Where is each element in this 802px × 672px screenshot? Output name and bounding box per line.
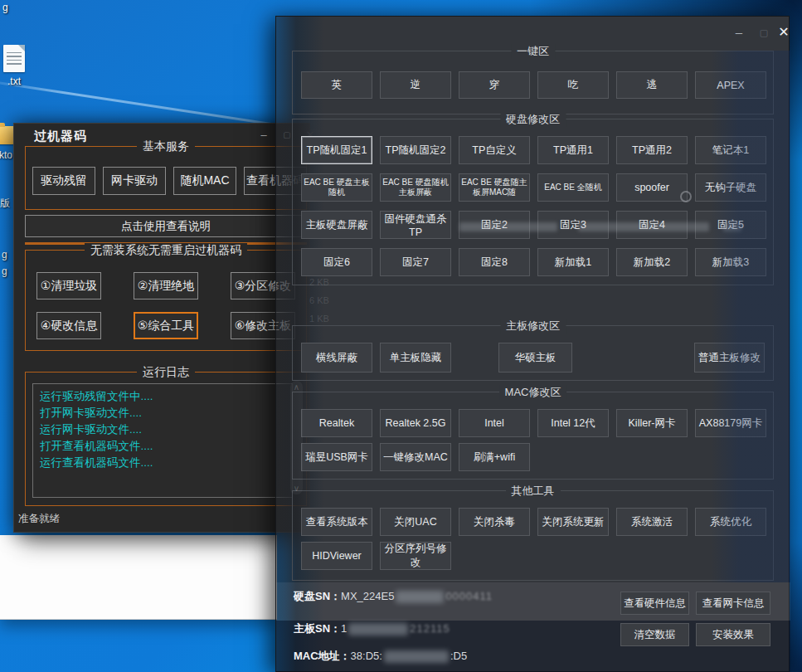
mac-mod-button-1[interactable]: Realtek 2.5G — [380, 409, 451, 437]
background-window — [0, 535, 277, 620]
disk-mod-button-20[interactable]: 固定8 — [459, 248, 530, 276]
other-tool-button-3[interactable]: 关闭系统更新 — [537, 508, 609, 536]
disk-mod-button-6[interactable]: EAC BE 硬盘主板随机 — [301, 173, 372, 202]
desktop-icon-label-partial[interactable]: 版 — [0, 197, 10, 209]
mac-mod-button-3[interactable]: Intel 12代 — [537, 409, 609, 437]
onekey-button-3[interactable]: 吃 — [537, 71, 609, 99]
other-tool-button-2[interactable]: 关闭杀毒 — [459, 508, 530, 536]
disk-mod-button-22[interactable]: 新加载2 — [616, 248, 688, 276]
onekey-button-1[interactable]: 逆 — [380, 71, 451, 99]
board-sn-tail: 212115 — [410, 622, 450, 635]
numbered-tool-button-3[interactable]: ④硬改信息 — [36, 312, 101, 339]
disk-mod-button-13[interactable]: 固件硬盘通杀TP — [380, 211, 451, 239]
hardware-tool-window: – ▢ ✕ 一键区 英逆穿吃逃APEX 硬盘修改区 TP随机固定1TP随机固定2… — [275, 16, 790, 672]
desktop-icon-label-partial[interactable]: g — [2, 265, 7, 277]
window-title: 过机器码 — [34, 129, 87, 144]
group-legend: 基本服务 — [137, 139, 195, 154]
mac-mod-button-8[interactable]: 刷满+wifi — [459, 443, 530, 471]
desktop-icon-txt-file[interactable]: .txt — [0, 45, 28, 87]
board-mod-button-3[interactable]: 普通主板修改 — [694, 343, 765, 373]
other-tool-button-0[interactable]: 查看系统版本 — [301, 508, 372, 536]
close-button[interactable]: ✕ — [774, 23, 794, 41]
basic-button-2[interactable]: 随机MAC — [173, 167, 236, 195]
section-legend: 硬盘修改区 — [500, 112, 566, 127]
basic-button-1[interactable]: 网卡驱动 — [103, 167, 166, 195]
mac-mod-button-0[interactable]: Realtek — [301, 409, 372, 437]
status-bar: 准备就绪 — [18, 512, 60, 526]
disk-mod-button-19[interactable]: 固定7 — [380, 248, 451, 276]
other-tool-button-4[interactable]: 系统激活 — [616, 508, 688, 536]
disk-mod-button-15[interactable]: 固定3 — [537, 211, 609, 239]
board-mod-button-0[interactable]: 横线屏蔽 — [301, 343, 372, 373]
txt-file-label: .txt — [0, 75, 28, 87]
mac-label: MAC地址： — [294, 650, 351, 662]
log-line-2: 运行网卡驱动文件.... — [40, 421, 285, 438]
view-nic-info-button[interactable]: 查看网卡信息 — [696, 592, 770, 615]
onekey-button-4[interactable]: 逃 — [616, 71, 688, 99]
maximize-button[interactable]: ▢ — [754, 23, 774, 41]
onekey-button-0[interactable]: 英 — [301, 71, 372, 99]
disk-mod-button-3[interactable]: TP通用1 — [537, 136, 609, 164]
onekey-button-2[interactable]: 穿 — [459, 71, 530, 99]
other-tool-button-5[interactable]: 系统优化 — [695, 508, 766, 536]
log-panel: 运行驱动残留文件中....打开网卡驱动文件....运行网卡驱动文件....打开查… — [32, 383, 293, 498]
disk-mod-button-9[interactable]: EAC BE 全随机 — [537, 173, 609, 202]
mac-mod-button-6[interactable]: 瑞昱USB网卡 — [301, 443, 372, 471]
redaction-blur — [348, 623, 408, 635]
disk-mod-button-18[interactable]: 固定6 — [301, 248, 372, 276]
section-disk-mod: 硬盘修改区 TP随机固定1TP随机固定2TP自定义TP通用1TP通用2笔记本1E… — [292, 119, 774, 285]
hdd-sn-label: 硬盘SN： — [294, 590, 341, 602]
disk-mod-button-23[interactable]: 新加载3 — [695, 248, 766, 276]
disk-mod-button-17[interactable]: 固定5 — [695, 211, 766, 239]
disk-mod-button-11[interactable]: 无钩子硬盘 — [695, 173, 766, 202]
disk-mod-button-8[interactable]: EAC BE 硬盘随主板屏MAC随 — [459, 173, 530, 202]
onekey-button-5[interactable]: APEX — [695, 71, 766, 99]
disk-mod-button-16[interactable]: 固定4 — [616, 211, 688, 239]
other-tool-button-6[interactable]: HIDViewer — [301, 542, 372, 570]
log-line-3: 打开查看机器码文件.... — [40, 438, 285, 455]
install-effect-button[interactable]: 安装效果 — [696, 623, 770, 646]
disk-mod-button-4[interactable]: TP通用2 — [616, 136, 688, 164]
numbered-tool-button-0[interactable]: ①清理垃圾 — [36, 272, 101, 299]
section-mac-mod: MAC修改区 RealtekRealtek 2.5GIntelIntel 12代… — [292, 392, 774, 480]
minimize-button[interactable]: – — [729, 23, 749, 41]
group-run-log: 运行日志 运行驱动残留文件中....打开网卡驱动文件....运行网卡驱动文件..… — [25, 372, 307, 506]
desktop-icon-label-partial[interactable]: g — [2, 2, 8, 13]
disk-mod-button-10[interactable]: spoofer — [616, 173, 688, 202]
disk-mod-button-14[interactable]: 固定2 — [459, 211, 530, 239]
numbered-tool-button-4[interactable]: ⑤综合工具 — [134, 312, 198, 339]
disk-mod-button-2[interactable]: TP自定义 — [459, 136, 530, 164]
board-mod-button-2[interactable]: 华硕主板 — [498, 343, 572, 373]
mac-address-row: MAC地址：38:D5::D5 — [294, 649, 467, 664]
disk-mod-button-1[interactable]: TP随机固定2 — [380, 136, 451, 164]
desktop-icon-label-partial[interactable]: g — [2, 249, 7, 261]
machine-code-window: 过机器码 – ▢ ✕ 基本服务 驱动残留网卡驱动随机MAC查看机器码 点击使用查… — [13, 123, 310, 533]
disk-mod-button-21[interactable]: 新加载1 — [537, 248, 609, 276]
section-onekey: 一键区 英逆穿吃逃APEX — [292, 51, 774, 114]
minimize-button[interactable]: – — [255, 127, 273, 144]
other-tool-button-7[interactable]: 分区序列号修改 — [380, 542, 451, 570]
disk-mod-button-0[interactable]: TP随机固定1 — [301, 136, 372, 164]
board-mod-button-1[interactable]: 单主板隐藏 — [380, 343, 451, 373]
view-hardware-info-button[interactable]: 查看硬件信息 — [620, 592, 689, 615]
disk-mod-button-7[interactable]: EAC BE 硬盘随机主板屏蔽 — [380, 173, 451, 202]
mac-mod-button-2[interactable]: Intel — [459, 409, 530, 437]
hdd-sn-tail: 0000411 — [445, 590, 493, 602]
basic-button-0[interactable]: 驱动残留 — [32, 167, 95, 195]
ghost-file-size-1: 6 KB — [309, 291, 329, 309]
mac-mod-button-5[interactable]: AX88179网卡 — [695, 409, 766, 437]
section-other-tools: 其他工具 查看系统版本关闭UAC关闭杀毒关闭系统更新系统激活系统优化HIDVie… — [292, 490, 774, 581]
disk-mod-button-12[interactable]: 主板硬盘屏蔽 — [301, 211, 372, 239]
other-tool-button-1[interactable]: 关闭UAC — [380, 508, 451, 536]
log-line-4: 运行查看机器码文件.... — [40, 455, 285, 471]
group-no-reinstall: 无需装系统无需重启过机器码 ①清理垃圾②清理绝地③分区修改④硬改信息⑤综合工具⑥… — [25, 250, 307, 351]
disk-mod-button-5[interactable]: 笔记本1 — [695, 136, 766, 164]
board-sn-row: 主板SN：1212115 — [294, 621, 450, 636]
numbered-tool-button-1[interactable]: ②清理绝地 — [134, 272, 198, 299]
mac-mod-button-4[interactable]: Killer-网卡 — [616, 409, 688, 437]
usage-help-button[interactable]: 点击使用查看说明 — [25, 215, 307, 237]
log-line-0: 运行驱动残留文件中.... — [40, 388, 285, 405]
clear-data-button[interactable]: 清空数据 — [620, 623, 689, 646]
mac-mod-button-7[interactable]: 一键修改MAC — [380, 443, 451, 471]
text-file-icon — [3, 45, 25, 72]
